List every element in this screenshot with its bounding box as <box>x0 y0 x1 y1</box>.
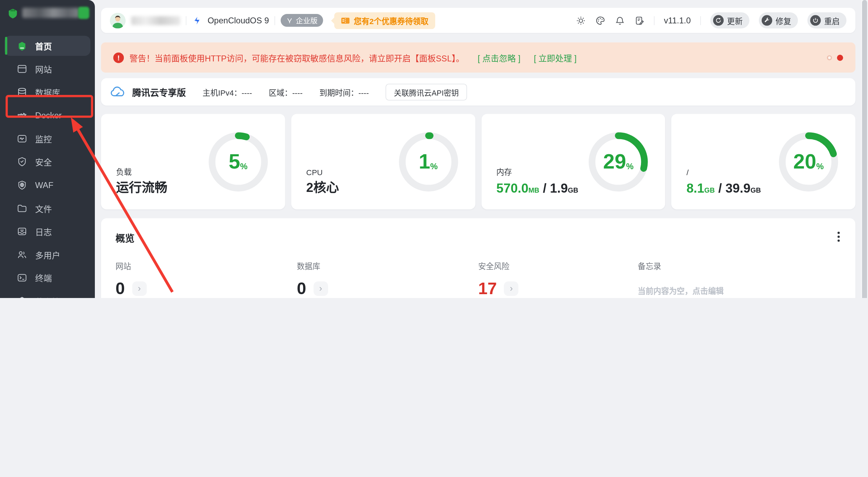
sidebar-item-label: 网站 <box>35 63 52 75</box>
gauge-label: CPU <box>306 168 323 177</box>
opencloudos-logo-icon <box>192 15 202 25</box>
sidebar-item-label: 安全 <box>35 156 52 168</box>
handle-now-link[interactable]: [ 立即处理 ] <box>534 52 577 64</box>
restart-button[interactable]: 重启 <box>807 12 846 28</box>
databases-count: 0 <box>297 279 306 298</box>
logo-redacted-text <box>22 8 79 18</box>
sidebar-item-terminal[interactable]: 终端 <box>5 268 90 288</box>
sidebar-item-logs[interactable]: 日志 <box>5 222 90 242</box>
resource-gauges: 负载 运行流畅 5% CPU 2核心 1% 内存 570.0MB / 1.9GB <box>101 114 855 209</box>
ssl-warning-banner: ! 警告！当前面板使用HTTP访问，可能存在被窃取敏感信息风险，请立即开启【面板… <box>101 43 855 73</box>
palette-icon[interactable] <box>595 15 605 25</box>
sidebar-item-label: Docker <box>35 111 62 120</box>
sidebar-item-label: 数据库 <box>35 87 60 98</box>
sidebar-item-label: 日志 <box>35 226 52 238</box>
memo-empty-placeholder[interactable]: 当前内容为空，点击编辑 <box>638 285 841 296</box>
sidebar-item-files[interactable]: 文件 <box>5 198 90 218</box>
restart-label: 重启 <box>824 15 840 26</box>
scrollbar-track[interactable] <box>861 0 868 298</box>
scrollbar-thumb[interactable] <box>862 0 867 298</box>
warning-icon: ! <box>113 52 124 63</box>
notification-bell-icon[interactable] <box>615 15 625 25</box>
coupon-banner[interactable]: 您有2个优惠券待领取 <box>334 12 435 29</box>
sidebar-item-label: 终端 <box>35 272 52 284</box>
restart-power-icon <box>810 15 821 25</box>
docker-icon <box>17 110 27 121</box>
sidebar-item-waf[interactable]: WAF <box>5 175 90 195</box>
disk-gauge-card[interactable]: / 8.1GB / 39.9GB 20% <box>671 114 855 209</box>
overview-security-risks: 安全风险 17› <box>478 260 638 298</box>
divider <box>700 16 701 25</box>
logs-icon <box>17 226 27 237</box>
sidebar-item-docker[interactable]: Docker <box>5 105 90 126</box>
repair-label: 修复 <box>776 15 791 26</box>
sidebar-item-monitor[interactable]: 监控 <box>5 129 90 149</box>
websites-count: 0 <box>115 279 125 298</box>
coupon-ticket-icon <box>341 16 350 24</box>
security-risk-count: 17 <box>478 279 497 298</box>
pagination-dot-active[interactable] <box>837 54 843 61</box>
sidebar-item-home[interactable]: 首页 <box>5 36 90 56</box>
update-button[interactable]: 更新 <box>710 12 749 28</box>
overview-row: 网站 0› 数据库 0› 安全风险 17› 备忘录 当前内容为空，点击编辑 <box>115 260 841 298</box>
overview-databases: 数据库 0› <box>297 260 478 298</box>
logo-green-blob <box>78 7 89 19</box>
medal-icon <box>286 17 293 24</box>
tencent-cloud-bar: 腾讯云专享版 主机IPv4：---- 区域：---- 到期时间：---- 关联腾… <box>101 78 855 105</box>
ignore-link[interactable]: [ 点击忽略 ] <box>478 52 521 64</box>
memory-ring: 29% <box>587 131 650 193</box>
monitor-icon <box>17 133 27 144</box>
gauge-percent: 29 <box>603 151 626 172</box>
overview-menu-kebab-icon[interactable] <box>835 230 842 244</box>
avatar[interactable] <box>110 13 126 28</box>
memory-usage: 570.0MB / 1.9GB <box>496 181 578 196</box>
app-root: 首页 网站 数据库 Docker 监控 安全 <box>0 0 868 298</box>
gauge-percent: 5 <box>229 151 240 172</box>
overview-card: 概览 网站 0› 数据库 0› 安全风险 17› 备忘录 当前内容为空，点击编辑 <box>101 218 855 298</box>
sidebar-item-label: 节点管理 <box>35 295 69 298</box>
pagination-dot[interactable] <box>827 55 832 60</box>
theme-sun-icon[interactable] <box>576 15 586 25</box>
sidebar-nav: 首页 网站 数据库 Docker 监控 安全 <box>0 36 95 298</box>
sidebar-item-multiuser[interactable]: 多用户 <box>5 245 90 265</box>
sidebar-item-label: WAF <box>35 180 53 190</box>
divider <box>654 16 655 25</box>
edition-badge-label: 企业版 <box>296 15 317 25</box>
multi-user-icon <box>17 249 27 260</box>
memo-edit-icon[interactable] <box>634 15 644 25</box>
gauge-status: 运行流畅 <box>116 177 167 196</box>
terminal-icon <box>17 273 27 283</box>
bind-api-key-button[interactable]: 关联腾讯云API密钥 <box>386 83 467 100</box>
disk-usage: 8.1GB / 39.9GB <box>686 181 761 196</box>
websites-chevron-icon[interactable]: › <box>132 281 147 296</box>
sidebar-item-website[interactable]: 网站 <box>5 59 90 79</box>
memory-gauge-card[interactable]: 内存 570.0MB / 1.9GB 29% <box>481 114 665 209</box>
sidebar-item-security[interactable]: 安全 <box>5 152 90 172</box>
load-ring: 5% <box>207 131 269 193</box>
divider <box>274 16 275 25</box>
repair-button[interactable]: 修复 <box>759 12 798 28</box>
load-gauge-card[interactable]: 负载 运行流畅 5% <box>101 114 285 209</box>
overview-title: 概览 <box>115 231 841 245</box>
overview-websites: 网站 0› <box>115 260 297 298</box>
edition-badge[interactable]: 企业版 <box>281 14 323 27</box>
os-name: OpenCloudOS 9 <box>207 16 269 25</box>
security-chevron-icon[interactable]: › <box>504 281 519 296</box>
gauge-label: 负载 <box>116 166 132 177</box>
expire-time: 到期时间：---- <box>319 86 369 97</box>
gauge-percent: 20 <box>793 151 816 172</box>
sidebar-item-database[interactable]: 数据库 <box>5 82 90 103</box>
topbar-icon-group: v11.1.0 更新 修复 重启 <box>576 12 846 28</box>
gauge-status: 2核心 <box>306 177 339 196</box>
banner-pagination <box>827 54 843 61</box>
sidebar-item-label: 多用户 <box>35 249 60 261</box>
databases-chevron-icon[interactable]: › <box>314 281 328 296</box>
cpu-gauge-card[interactable]: CPU 2核心 1% <box>291 114 475 209</box>
cube-icon <box>17 296 27 298</box>
folder-icon <box>17 203 27 214</box>
sidebar-item-nodes[interactable]: 节点管理 <box>5 291 90 298</box>
coupon-text: 您有2个优惠券待领取 <box>354 15 429 26</box>
host-ipv4: 主机IPv4：---- <box>203 86 252 97</box>
username-redacted[interactable] <box>131 16 180 25</box>
divider <box>186 16 187 25</box>
